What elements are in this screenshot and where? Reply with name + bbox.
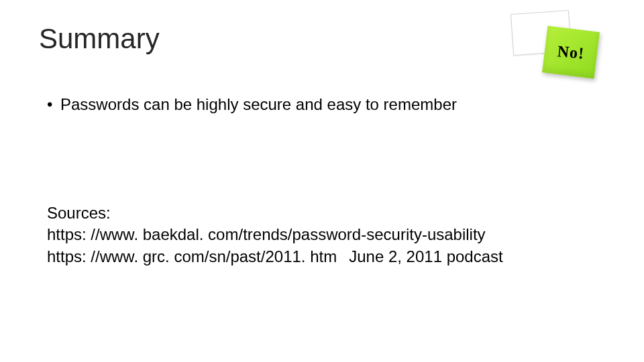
slide: Summary • Passwords can be highly secure… [0,0,644,362]
slide-title: Summary [39,23,160,55]
source-url: https: //www. grc. com/sn/past/2011. htm [47,247,337,265]
sticky-note-text: No! [557,42,586,62]
sources-block: Sources: https: //www. baekdal. com/tren… [47,202,503,267]
bullet-item: • Passwords can be highly secure and eas… [47,94,457,115]
sticky-note-graphic: No! [517,12,597,79]
bullet-list: • Passwords can be highly secure and eas… [47,94,457,115]
source-line: https: //www. baekdal. com/trends/passwo… [47,224,503,245]
bullet-text: Passwords can be highly secure and easy … [60,94,457,115]
sticky-note-icon: No! [542,26,600,79]
source-line: https: //www. grc. com/sn/past/2011. htm… [47,246,503,267]
bullet-marker: • [47,94,60,115]
source-note: June 2, 2011 podcast [349,247,503,265]
source-url: https: //www. baekdal. com/trends/passwo… [47,225,486,243]
sources-heading: Sources: [47,202,503,224]
